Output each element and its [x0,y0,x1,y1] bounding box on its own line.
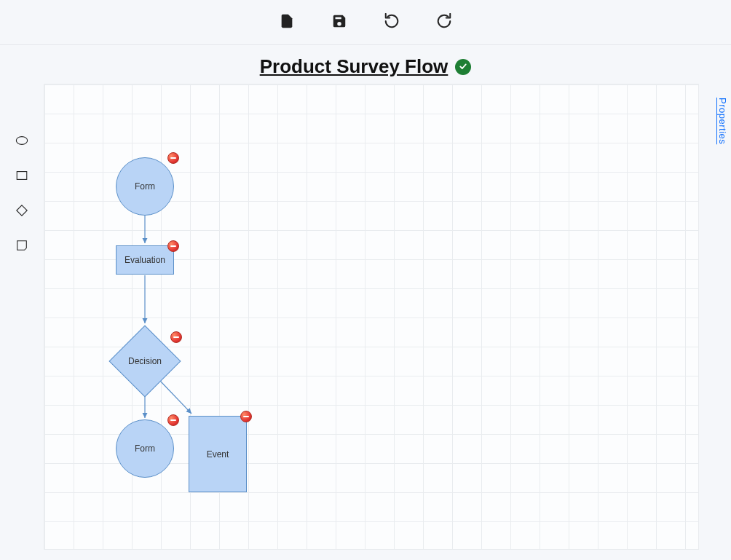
file-icon [279,13,295,32]
svg-marker-2 [17,205,27,216]
event-icon [15,239,28,255]
delete-node-button[interactable] [167,240,179,252]
connectors-layer [44,84,700,551]
svg-rect-1 [17,172,27,180]
node-label: Form [135,181,155,192]
stencil-palette [0,84,44,555]
node-label: Form [135,443,155,454]
delete-node-button[interactable] [170,331,182,343]
properties-tab[interactable]: Properties [717,98,728,144]
svg-point-0 [16,137,27,145]
main-area: Form Evaluation Decision Form Event [0,84,731,555]
new-file-button[interactable] [275,11,299,34]
canvas-wrap: Form Evaluation Decision Form Event [44,84,709,555]
node-label: Decision [128,356,162,366]
delete-node-button[interactable] [240,411,252,422]
save-icon [331,13,347,32]
node-label: Evaluation [125,255,165,265]
diagram-canvas[interactable]: Form Evaluation Decision Form Event [44,84,699,550]
diamond-icon [15,204,28,220]
rectangle-icon [15,169,28,185]
save-button[interactable] [328,11,351,34]
node-form-2[interactable]: Form [116,419,174,478]
stencil-ellipse[interactable] [15,135,29,149]
node-evaluation[interactable]: Evaluation [116,245,174,275]
status-badge [455,59,471,75]
stencil-diamond[interactable] [15,205,29,219]
node-event[interactable]: Event [189,416,247,492]
diagram-title[interactable]: Product Survey Flow [260,55,449,78]
undo-button[interactable] [380,11,403,34]
node-label: Event [207,449,229,460]
top-toolbar [0,0,731,45]
redo-button[interactable] [432,11,456,34]
undo-icon [384,13,400,32]
delete-node-button[interactable] [167,152,179,164]
delete-node-button[interactable] [167,414,179,426]
checkmark-icon [459,60,467,74]
title-row: Product Survey Flow [0,55,731,78]
redo-icon [436,13,452,32]
stencil-rectangle[interactable] [15,170,29,184]
node-form-1[interactable]: Form [116,157,174,216]
ellipse-icon [15,134,28,150]
node-decision[interactable]: Decision [119,336,170,387]
stencil-event[interactable] [15,240,29,254]
